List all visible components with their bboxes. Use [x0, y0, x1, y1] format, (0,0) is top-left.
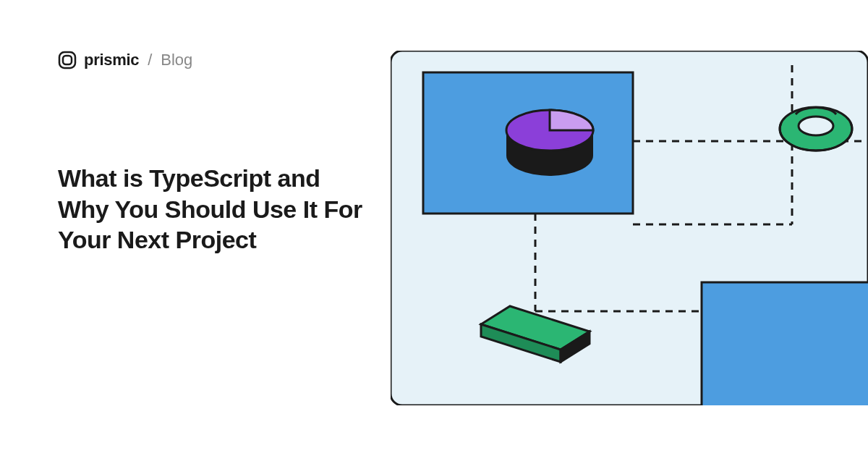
svg-rect-4: [702, 282, 868, 405]
cylinder-shape: [506, 110, 593, 176]
hero-illustration: [391, 51, 868, 405]
brand-name: prismic: [84, 51, 139, 69]
page-header: prismic / Blog: [58, 51, 192, 69]
section-name: Blog: [161, 51, 192, 69]
breadcrumb-separator: /: [148, 51, 152, 69]
svg-rect-1: [63, 56, 72, 64]
svg-rect-0: [59, 52, 75, 68]
prismic-logo-icon: [58, 51, 77, 69]
article-title: What is TypeScript and Why You Should Us…: [58, 163, 376, 256]
svg-point-13: [799, 117, 833, 135]
torus-shape: [780, 107, 852, 151]
